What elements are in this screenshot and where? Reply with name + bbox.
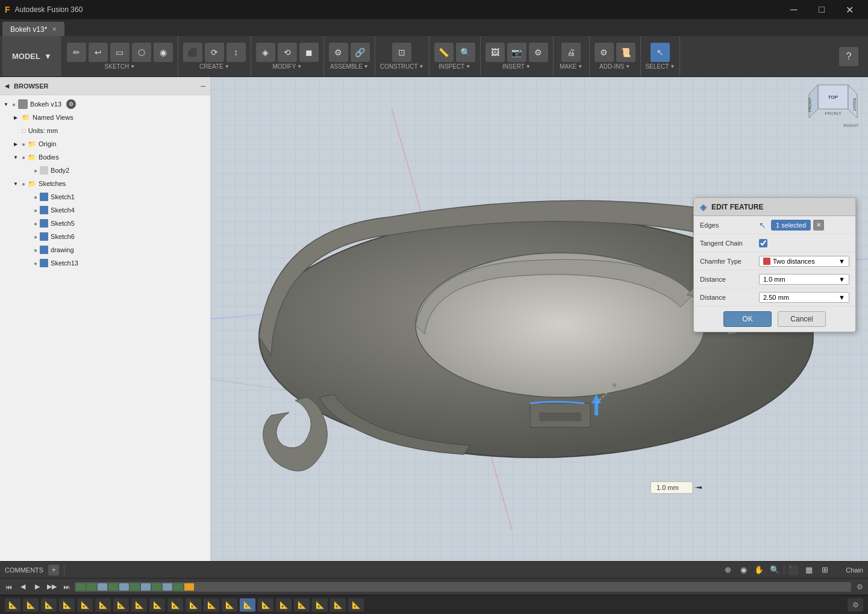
footer-sketch19-icon[interactable]: 📐 [330,598,346,612]
tree-item-sketch1[interactable]: ● Sketch1 [0,190,210,203]
active-tab[interactable]: Bokeh v13* ✕ [2,22,64,36]
timeline-item-6[interactable] [130,583,140,591]
sketch-section[interactable]: ✏ ↩ ▭ ⬡ ◉ SKETCH ▼ [62,36,178,76]
tree-item-sketch6[interactable]: ● Sketch6 [0,230,210,243]
sketch-icon-5[interactable]: ◉ [154,43,173,62]
timeline-item-10[interactable] [173,583,183,591]
help-button[interactable]: ? [839,47,858,66]
tree-item-units[interactable]: □ Units: mm [0,124,210,137]
close-button[interactable]: ✕ [835,0,863,19]
footer-sketch15-icon[interactable]: 📐 [258,598,273,612]
footer-sketch17-icon[interactable]: 📐 [294,598,310,612]
addins-icon-1[interactable]: ⚙ [595,43,614,62]
create-section[interactable]: ⬛ ⟳ ↕ CREATE ▼ [178,36,251,76]
tree-item-drawing[interactable]: ● drawing [0,243,210,256]
minimize-button[interactable]: ─ [780,0,808,19]
timeline-item-active[interactable] [184,583,194,591]
modify-icon-2[interactable]: ⟲ [278,43,297,62]
ef-distance2-input[interactable]: 2.50 mm ▼ [759,292,849,303]
tree-item-sketch4[interactable]: ● Sketch4 [0,203,210,217]
timeline-prev-button[interactable]: ◀ [17,581,29,593]
visibility-icon[interactable]: ● [34,207,37,214]
construct-section[interactable]: ⊡ CONSTRUCT ▼ [375,36,429,76]
tree-item-sketches[interactable]: ▼ ● 📁 Sketches [0,177,210,190]
tree-item-body2[interactable]: ● Body2 [0,164,210,177]
view-options-icon[interactable]: ⊞ [818,563,831,577]
settings-icon[interactable]: ⚙ [66,99,76,109]
footer-sketch5-icon[interactable]: 📐 [77,598,93,612]
pan-icon[interactable]: ✋ [752,563,766,577]
insert-icon-2[interactable]: 📷 [507,43,526,62]
tree-item-sketch13[interactable]: ● Sketch13 [0,256,210,270]
make-icon-1[interactable]: 🖨 [561,43,581,62]
footer-sketch16-icon[interactable]: 📐 [276,598,292,612]
tree-item-origin[interactable]: ▶ ● 📁 Origin [0,137,210,150]
visibility-icon[interactable]: ● [34,247,37,253]
navigate-icon[interactable]: ⊕ [721,563,734,577]
create-icon-1[interactable]: ⬛ [183,43,202,62]
timeline-item-4[interactable] [108,583,118,591]
timeline-end-button[interactable]: ⏭ [60,581,72,593]
insert-icon-1[interactable]: 🖼 [486,43,505,62]
footer-sketch9-icon[interactable]: 📐 [149,598,165,612]
footer-sketch6-icon[interactable]: 📐 [95,598,111,612]
sketch-icon-2[interactable]: ↩ [89,43,108,62]
modify-section[interactable]: ◈ ⟲ ◼ MODIFY ▼ [251,36,324,76]
tab-close-button[interactable]: ✕ [52,26,57,33]
footer-sketch11-icon[interactable]: 📐 [186,598,201,612]
model-menu-button[interactable]: MODEL ▼ [2,36,62,76]
footer-active-sketch-icon[interactable]: 📐 [240,598,255,612]
addins-section[interactable]: ⚙ 📜 ADD-INS ▼ [590,36,641,76]
ef-cancel-button[interactable]: Cancel [778,311,826,327]
footer-sketch10-icon[interactable]: 📐 [167,598,183,612]
timeline-track[interactable] [75,582,851,592]
modify-icon-3[interactable]: ◼ [299,43,319,62]
visibility-icon[interactable]: ● [34,234,37,240]
timeline-play-button[interactable]: ▶ [31,581,43,593]
create-icon-2[interactable]: ⟳ [205,43,224,62]
insert-section[interactable]: 🖼 📷 ⚙ INSERT ▼ [481,36,554,76]
assemble-section[interactable]: ⚙ 🔗 ASSEMBLE ▼ [324,36,375,76]
construct-icon-1[interactable]: ⊡ [392,43,411,62]
select-icon-1[interactable]: ↖ [651,43,670,62]
footer-sketch18-icon[interactable]: 📐 [312,598,328,612]
inspect-icon-2[interactable]: 🔍 [456,43,475,62]
ef-clear-button[interactable]: ✕ [813,220,824,231]
zoom-icon[interactable]: 🔍 [768,563,781,577]
viewport[interactable]: 1.0 mm TOP FRONT RIGHT FRONT RIGHT ◈ EDI… [211,77,868,561]
footer-sketch7-icon[interactable]: 📐 [113,598,129,612]
ef-tangent-checkbox[interactable] [759,239,767,247]
browser-collapse-icon[interactable]: ◀ [5,83,9,89]
tree-item-root[interactable]: ▼ ● Bokeh v13 ⚙ [0,98,210,111]
timeline-item-3[interactable] [98,583,107,591]
sketch-icon-1[interactable]: ✏ [67,43,86,62]
modify-icon-1[interactable]: ◈ [256,43,275,62]
make-section[interactable]: 🖨 MAKE ▼ [554,36,590,76]
visibility-icon[interactable]: ● [34,220,37,227]
assemble-icon-1[interactable]: ⚙ [329,43,348,62]
assemble-icon-2[interactable]: 🔗 [351,43,370,62]
timeline-settings-icon[interactable]: ⚙ [854,581,866,593]
visibility-icon[interactable]: ● [34,167,37,174]
select-section[interactable]: ↖ SELECT ▼ [641,36,681,76]
timeline-item-2[interactable] [87,583,96,591]
timeline-start-button[interactable]: ⏮ [2,581,14,593]
footer-sketch4-icon[interactable]: 📐 [59,598,75,612]
create-icon-3[interactable]: ↕ [226,43,246,62]
visibility-icon[interactable]: ● [34,194,37,200]
maximize-button[interactable]: □ [808,0,835,19]
timeline-item-8[interactable] [152,583,161,591]
inspect-icon-1[interactable]: 📏 [434,43,454,62]
timeline-item-7[interactable] [141,583,151,591]
ef-ok-button[interactable]: OK [723,311,772,327]
footer-sketch13-icon[interactable]: 📐 [222,598,237,612]
footer-sketch8-icon[interactable]: 📐 [131,598,147,612]
visibility-icon[interactable]: ● [12,101,16,108]
insert-icon-3[interactable]: ⚙ [529,43,548,62]
ef-selected-button[interactable]: 1 selected [771,220,811,231]
tree-item-bodies[interactable]: ▼ ● 📁 Bodies [0,150,210,164]
timeline-item-5[interactable] [119,583,129,591]
footer-sketch20-icon[interactable]: 📐 [348,598,364,612]
footer-sketch3-icon[interactable]: 📐 [41,598,57,612]
sketch-icon-4[interactable]: ⬡ [132,43,151,62]
